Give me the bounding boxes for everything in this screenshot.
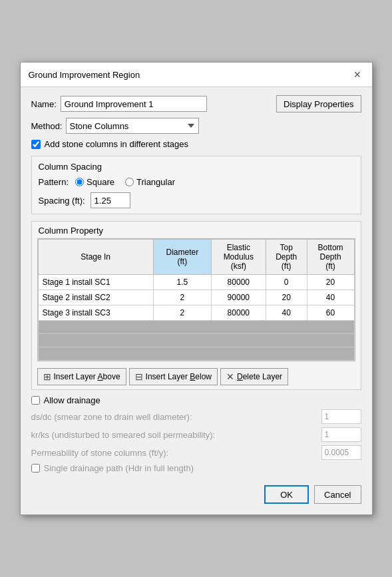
empty-cell <box>38 347 354 361</box>
name-left: Name: <box>31 96 207 112</box>
table-cell: 60 <box>307 305 354 321</box>
radio-triangular-label: Triangular <box>136 177 175 187</box>
cancel-button[interactable]: Cancel <box>314 485 361 504</box>
th-bottom-depth: BottomDepth(ft) <box>307 240 354 275</box>
column-property-title: Column Property <box>32 222 361 238</box>
method-label: Method: <box>31 121 63 131</box>
empty-cell <box>38 321 354 334</box>
table-cell: 2 <box>153 305 211 321</box>
allow-drainage-label: Allow drainage <box>44 395 100 405</box>
stages-checkbox[interactable] <box>31 140 41 149</box>
ok-button[interactable]: OK <box>264 485 309 504</box>
dialog-body: Name: Display Properties Method: Stone C… <box>21 87 372 514</box>
footer-row: OK Cancel <box>31 480 361 506</box>
spacing-input[interactable] <box>91 192 130 208</box>
permeability-label: Permeability of stone columns (ft/y): <box>31 448 321 458</box>
column-spacing-section: Column Spacing Pattern: Square Triangula… <box>31 156 361 214</box>
th-stage-in: Stage In <box>38 240 153 275</box>
pattern-row: Pattern: Square Triangular <box>39 177 354 187</box>
delete-layer-icon: ✕ <box>226 371 234 382</box>
single-drainage-checkbox[interactable] <box>31 464 40 473</box>
name-label: Name: <box>31 99 57 109</box>
spacing-row: Spacing (ft): <box>39 192 354 208</box>
name-row: Name: Display Properties <box>31 95 361 112</box>
column-property-table: Stage In Diameter(ft) ElasticModulus(ksf… <box>38 239 355 361</box>
single-drainage-label: Single drainage path (Hdr in full length… <box>44 463 194 473</box>
title-bar: Ground Improvement Region ✕ <box>21 63 372 87</box>
table-row: Stage 2 install SC22900002040 <box>38 290 354 305</box>
insert-above-icon: ⊞ <box>43 371 51 382</box>
th-top-depth: TopDepth(ft) <box>266 240 307 275</box>
table-cell: 20 <box>266 290 307 305</box>
radio-group: Square Triangular <box>75 177 175 187</box>
table-cell: 2 <box>153 290 211 305</box>
stages-checkbox-label: Add stone columns in different stages <box>45 139 189 149</box>
table-cell: 40 <box>307 290 354 305</box>
table-header-row: Stage In Diameter(ft) ElasticModulus(ksf… <box>38 240 354 275</box>
insert-layer-below-button[interactable]: ⊟ Insert Layer Below <box>129 368 218 385</box>
insert-below-label: Insert Layer Below <box>146 372 212 381</box>
allow-drainage-row: Allow drainage <box>31 395 361 405</box>
th-diameter: Diameter(ft) <box>153 240 211 275</box>
table-row: Stage 3 install SC32800004060 <box>38 305 354 321</box>
display-properties-button[interactable]: Display Properties <box>276 95 361 112</box>
table-cell: Stage 2 install SC2 <box>38 290 153 305</box>
insert-layer-above-button[interactable]: ⊞ Insert Layer Above <box>37 368 126 385</box>
radio-square-input[interactable] <box>75 178 84 186</box>
stages-checkbox-row: Add stone columns in different stages <box>31 139 361 149</box>
radio-triangular: Triangular <box>125 177 175 187</box>
drainage-section: Allow drainage ds/dc (smear zone to drai… <box>31 395 361 473</box>
delete-layer-button[interactable]: ✕ Delete Layer <box>220 368 288 385</box>
table-cell: 80000 <box>211 275 266 290</box>
table-cell: Stage 1 install SC1 <box>38 275 153 290</box>
spacing-label: Spacing (ft): <box>39 196 85 206</box>
radio-square-label: Square <box>87 177 114 187</box>
empty-row <box>38 347 354 361</box>
empty-cell <box>38 334 354 347</box>
name-input[interactable] <box>61 96 207 112</box>
table-body: Stage 1 install SC11.580000020Stage 2 in… <box>38 275 354 361</box>
radio-triangular-input[interactable] <box>125 178 134 186</box>
dsdc-label: ds/dc (smear zone to drain well diameter… <box>31 412 321 422</box>
allow-drainage-checkbox[interactable] <box>31 396 40 405</box>
table-cell: 40 <box>266 305 307 321</box>
table-container: Stage In Diameter(ft) ElasticModulus(ksf… <box>37 238 355 361</box>
krks-row: kr/ks (undisturbed to smeared soil perme… <box>31 427 361 442</box>
table-cell: Stage 3 install SC3 <box>38 305 153 321</box>
table-cell: 80000 <box>211 305 266 321</box>
krks-label: kr/ks (undisturbed to smeared soil perme… <box>31 430 321 440</box>
dsdc-row: ds/dc (smear zone to drain well diameter… <box>31 409 361 424</box>
table-cell: 90000 <box>211 290 266 305</box>
column-property-section: Column Property Stage In Diameter(ft) El… <box>31 221 361 390</box>
krks-input[interactable] <box>321 427 361 442</box>
single-drainage-row: Single drainage path (Hdr in full length… <box>31 463 361 473</box>
column-spacing-title: Column Spacing <box>39 162 354 172</box>
close-button[interactable]: ✕ <box>351 68 364 81</box>
dialog-title: Ground Improvement Region <box>29 70 140 80</box>
dsdc-input[interactable] <box>321 409 361 424</box>
dialog: Ground Improvement Region ✕ Name: Displa… <box>20 62 373 515</box>
insert-above-label: Insert Layer Above <box>54 372 120 381</box>
method-select[interactable]: Stone Columns Deep Mixed Columns Vibro C… <box>66 118 199 134</box>
empty-row <box>38 321 354 334</box>
insert-below-icon: ⊟ <box>135 371 143 382</box>
empty-row <box>38 334 354 347</box>
table-cell: 0 <box>266 275 307 290</box>
method-row: Method: Stone Columns Deep Mixed Columns… <box>31 118 361 134</box>
table-row: Stage 1 install SC11.580000020 <box>38 275 354 290</box>
table-cell: 1.5 <box>153 275 211 290</box>
pattern-label: Pattern: <box>39 177 69 187</box>
delete-layer-label: Delete Layer <box>237 372 282 381</box>
table-buttons: ⊞ Insert Layer Above ⊟ Insert Layer Belo… <box>32 364 361 389</box>
radio-square: Square <box>75 177 114 187</box>
table-cell: 20 <box>307 275 354 290</box>
th-elastic-modulus: ElasticModulus(ksf) <box>211 240 266 275</box>
permeability-row: Permeability of stone columns (ft/y): <box>31 445 361 460</box>
permeability-input[interactable] <box>321 445 361 460</box>
